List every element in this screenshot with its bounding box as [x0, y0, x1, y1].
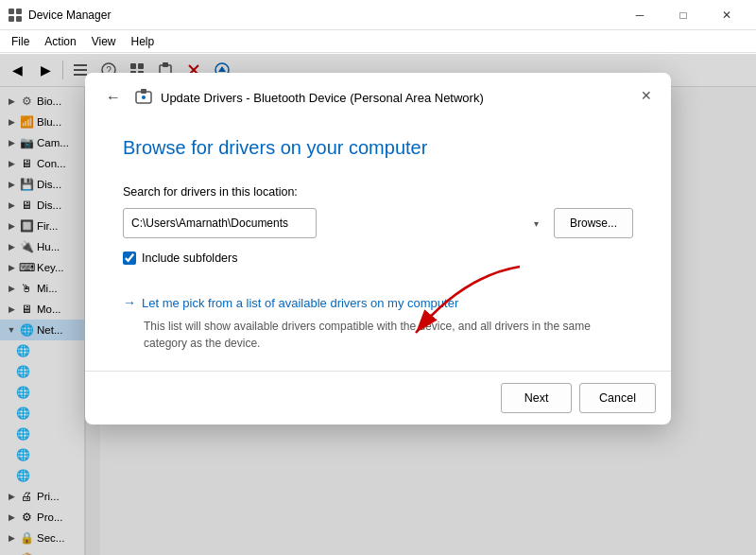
modal-overlay: ← Update Drivers - Bluetooth Device (Per…: [0, 87, 756, 555]
include-subfolders-checkbox[interactable]: [123, 251, 136, 265]
window-controls: ─ □ ✕: [618, 0, 748, 30]
dialog-close-button[interactable]: ✕: [633, 87, 660, 109]
dialog-footer: Next Cancel: [85, 371, 671, 425]
menu-file[interactable]: File: [4, 33, 37, 50]
menu-help[interactable]: Help: [124, 33, 163, 50]
svg-point-21: [142, 95, 146, 99]
dialog-heading: Browse for drivers on your computer: [123, 137, 633, 159]
cancel-button[interactable]: Cancel: [579, 383, 656, 413]
dialog-body: Browse for drivers on your computer Sear…: [85, 118, 671, 371]
pick-link-description: This list will show available drivers co…: [123, 318, 633, 352]
title-bar: Device Manager ─ □ ✕: [0, 0, 756, 30]
pick-from-list-link[interactable]: → Let me pick from a list of available d…: [123, 295, 633, 310]
dialog-title: Update Drivers - Bluetooth Device (Perso…: [161, 91, 484, 105]
next-button[interactable]: Next: [501, 383, 572, 413]
svg-rect-1: [16, 9, 22, 14]
dialog-back-button[interactable]: ←: [100, 87, 127, 111]
main-area: ▶ ⚙ Bio... ▶ 📶 Blu... ▶ 📷 Cam... ▶ 🖥 Con…: [0, 87, 756, 555]
dropdown-arrow: ▾: [534, 218, 539, 229]
pick-link-section: → Let me pick from a list of available d…: [123, 295, 633, 352]
window-title: Device Manager: [28, 9, 618, 22]
path-input-wrapper: C:\Users\Amarnath\Documents ▾: [123, 208, 546, 238]
app-icon: [8, 8, 23, 23]
minimize-button[interactable]: ─: [618, 0, 662, 30]
arrow-icon: →: [123, 295, 136, 310]
search-label: Search for drivers in this location:: [123, 185, 633, 199]
svg-rect-0: [9, 9, 14, 14]
dialog-title-bar: ← Update Drivers - Bluetooth Device (Per…: [85, 87, 671, 118]
search-row: C:\Users\Amarnath\Documents ▾ Browse...: [123, 208, 633, 238]
svg-rect-20: [141, 89, 146, 94]
menu-view[interactable]: View: [84, 33, 124, 50]
browse-button[interactable]: Browse...: [554, 208, 633, 238]
svg-rect-3: [16, 16, 22, 22]
menu-action[interactable]: Action: [37, 33, 83, 50]
close-button[interactable]: ✕: [705, 0, 748, 30]
dialog-header-icon: [134, 88, 153, 107]
checkbox-row: Include subfolders: [123, 251, 633, 265]
pick-link-text: Let me pick from a list of available dri…: [142, 296, 458, 310]
path-input[interactable]: C:\Users\Amarnath\Documents: [123, 208, 317, 238]
device-manager-window: Device Manager ─ □ ✕ File Action View He…: [0, 0, 756, 555]
menu-bar: File Action View Help: [0, 30, 756, 53]
maximize-button[interactable]: □: [662, 0, 705, 30]
include-subfolders-label: Include subfolders: [142, 251, 237, 265]
update-drivers-dialog: ← Update Drivers - Bluetooth Device (Per…: [85, 87, 671, 425]
svg-rect-2: [9, 16, 14, 22]
